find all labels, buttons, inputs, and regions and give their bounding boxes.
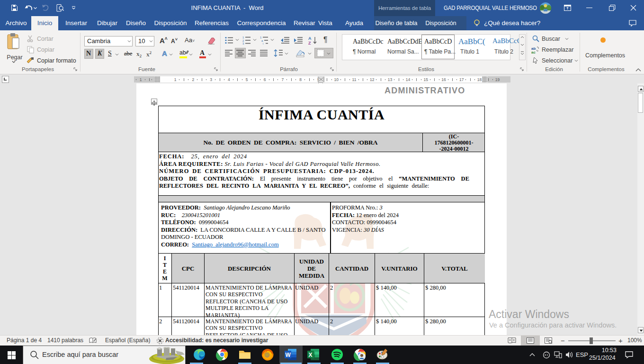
svg-text:A: A [308, 36, 312, 41]
svg-text:W: W [285, 352, 291, 358]
svg-text:ac: ac [531, 50, 536, 54]
svg-text:3: 3 [242, 42, 244, 45]
svg-text:a: a [261, 39, 263, 42]
svg-text:X: X [309, 352, 313, 358]
svg-text:1: 1 [242, 36, 244, 39]
svg-text:i: i [263, 42, 263, 45]
svg-text:2: 2 [242, 39, 244, 42]
svg-text:Z: Z [308, 41, 311, 45]
svg-text:1: 1 [260, 36, 262, 39]
